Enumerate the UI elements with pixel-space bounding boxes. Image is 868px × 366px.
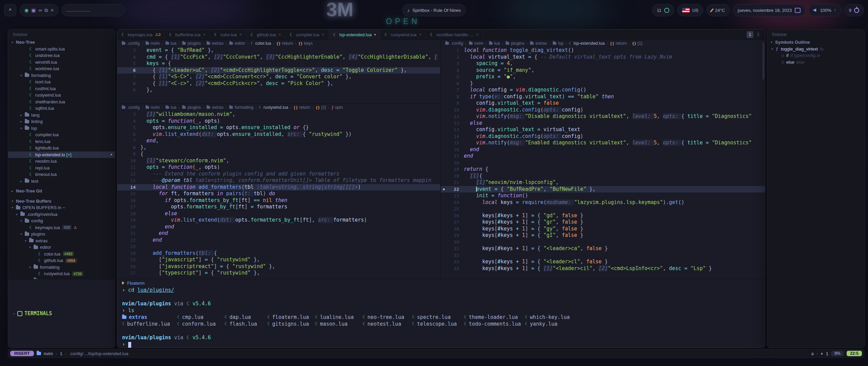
tree-item[interactable]: ☾undotree.lua — [8, 52, 115, 59]
code-line[interactable]: 3 [1]"williamboman/mason.nvim", — [117, 111, 440, 118]
code-line[interactable]: 12 --- Extend the conform plugin config … — [117, 171, 440, 178]
close-icon[interactable]: × — [239, 32, 242, 37]
code-line[interactable]: 27 ["typescript"] = { "rustywind" }, — [117, 270, 440, 277]
code-line[interactable]: 15 vim.notify(msg: "Enabled diagnostics … — [441, 140, 765, 146]
breadcrumb-item[interactable]: ƒopts — [331, 105, 343, 110]
code-line[interactable]: ●22 event = { "BufReadPre", "BufNewFile"… — [441, 186, 765, 193]
pane-color-lua[interactable]: .config›nvim›lua›plugins›extras›editor›☾… — [117, 40, 440, 104]
tree-item[interactable]: ▾.config/nvim/lua — [8, 211, 115, 218]
breadcrumb-item[interactable]: formatting — [229, 105, 254, 110]
breadcrumb-item[interactable]: .config — [121, 41, 140, 46]
breadcrumb-item[interactable]: plugins — [505, 41, 525, 46]
code-line[interactable]: 3 spacing = 4, — [441, 60, 765, 67]
code-line[interactable]: 33 keys[#keys + 1] = { "<leader>cl", fal… — [441, 259, 765, 265]
code-line[interactable]: 8 if type(v: config.virtual_text) == "ta… — [441, 94, 765, 100]
code-line[interactable]: 29 keys[#keys + 1] = { "gI", false } — [441, 232, 765, 239]
code-line[interactable]: 34 keys[#keys + 1] = { [1]"<leader>cil",… — [441, 265, 765, 272]
code-line[interactable]: 7 end, — [117, 138, 440, 144]
weather-widget[interactable]: 24°C — [707, 4, 730, 16]
volume-widget[interactable]: 100% ↑ — [809, 4, 841, 16]
code-line[interactable]: 5 opts.ensure_installed = opts.ensure_in… — [117, 124, 440, 131]
code-line[interactable]: 16 end — [441, 146, 765, 153]
code-line[interactable]: 8}, — [117, 144, 440, 151]
code-line[interactable]: 24 local keys = require(modname: "lazyvi… — [441, 199, 765, 206]
close-icon[interactable]: × — [278, 32, 281, 37]
code-line[interactable]: 1local function toggle_diag_virtext() — [441, 47, 765, 54]
tree-item[interactable]: ☾rustywind.lua#726 — [8, 270, 115, 277]
breadcrumb-item[interactable]: ☾rustywind.lua — [259, 105, 288, 110]
code-line[interactable]: 2 local virtual_text = { -- Default virt… — [441, 54, 765, 61]
breadcrumb-item[interactable]: {}[2] — [316, 105, 326, 110]
code-line[interactable]: 11 vim.notify(msg: "Disable diagnostics … — [441, 113, 765, 120]
code-line[interactable]: 9 }, — [117, 87, 440, 94]
outline-item[interactable]: ◇elseelse — [767, 59, 865, 66]
tab-lsp-extended-lua[interactable]: ☾lsp-extended.lua● — [329, 29, 380, 40]
tree-item[interactable]: ☾neodim.lua — [8, 158, 115, 165]
tree-item[interactable]: ☾lsp-extended.lu[+]● — [8, 151, 115, 158]
code-line[interactable]: 3 event = { "BufRead" }, — [117, 47, 440, 54]
code-line[interactable]: 24 add_formatters(tbl: { — [117, 250, 440, 257]
code-line[interactable]: 8 { [1]"<C-c>", [2]"<cmd>CccPick<cr>", d… — [117, 80, 440, 87]
code-line[interactable]: 19 vim.list_extend(dst: opts.formatters_… — [117, 217, 440, 224]
section-header-3[interactable]: ▾TERMINALS — [8, 279, 115, 348]
code-line[interactable]: 7 local config = vim.diagnostic.config() — [441, 87, 765, 94]
close-icon[interactable]: × — [203, 32, 205, 37]
breadcrumb-item[interactable]: .config — [121, 105, 140, 110]
media-player-widget[interactable]: ♪ Spiritbox - Rule Of Nines — [402, 4, 466, 16]
tab-rustywind-lua[interactable]: ☾rustywind.lua× — [380, 29, 426, 40]
code-line[interactable]: 23 — [117, 243, 440, 250]
tabpage-1[interactable]: 1 — [747, 31, 753, 38]
breadcrumb-item[interactable]: []return — [294, 105, 310, 110]
tree-item[interactable]: ▾editor — [8, 244, 115, 251]
code-line[interactable]: 6 vim.list_extend(dst: opts.ensure_insta… — [117, 131, 440, 138]
tree-item[interactable]: ▾plugins — [8, 231, 115, 238]
code-line[interactable]: 25 ["javascript"] = { "rustywind" }, — [117, 257, 440, 263]
status-dot-icon[interactable]: ◉ — [24, 8, 28, 13]
tree-item[interactable]: ▾formatting — [8, 264, 115, 271]
breadcrumb-item[interactable]: extras — [206, 41, 223, 46]
tree-item[interactable]: ☾lens.lua — [8, 138, 115, 145]
tree-item[interactable]: ☾github.lua#654 — [8, 257, 115, 264]
code-line[interactable]: 32 — [441, 252, 765, 259]
tree-item[interactable]: ▸test — [8, 178, 115, 185]
code-line[interactable]: 4 cmd = { [1]"CccPick", [2]"CccConvert",… — [117, 54, 440, 61]
code-line[interactable]: 5 prefix = "●", — [441, 74, 765, 80]
breadcrumb-item[interactable]: lua — [489, 41, 500, 46]
breadcrumb-item[interactable]: ☾lsp-extended.lua — [569, 41, 605, 46]
code-line[interactable]: 27 keys[#keys + 1] = { "gr", false } — [441, 219, 765, 226]
code-line[interactable]: 14 local function add_formatters(tbl :ta… — [117, 184, 440, 191]
scrollbar-thumb[interactable] — [763, 42, 764, 80]
breadcrumb-item[interactable]: {}[1] — [632, 41, 643, 46]
tab-color-lua[interactable]: ☾color.lua× — [210, 29, 246, 40]
power-widget[interactable]: 9 — [844, 4, 864, 16]
section-header-0[interactable]: ▾Neo-Tree — [8, 39, 115, 46]
code-line[interactable]: 5 keys = { — [117, 60, 440, 67]
code-line[interactable]: 6 { [1]"<leader>uC", [2]"<cmd>CccHighlig… — [117, 67, 440, 74]
code-line[interactable]: 10 vim.diagnostic.config(opts: config) — [441, 107, 765, 114]
breadcrumb-item[interactable]: plugins — [182, 41, 201, 46]
code-line[interactable]: 16 if opts.formatters_by_ft[ft] == nil t… — [117, 197, 440, 204]
code-line[interactable]: 15 for ft, formatters in pairs(t: tbl) d… — [117, 190, 440, 197]
code-line[interactable]: 11 opts = function(_, opts) — [117, 164, 440, 171]
breadcrumb-item[interactable]: editor — [229, 41, 245, 46]
code-line[interactable]: 12 else — [441, 120, 765, 127]
tree-item[interactable]: ☾compiler.lua — [8, 131, 115, 138]
code-line[interactable]: 9 config.virtual_text = false — [441, 100, 765, 107]
tabpage-2[interactable]: 2 — [755, 31, 762, 38]
tree-item[interactable]: ☾worktree.lua — [8, 65, 115, 72]
code-line[interactable]: 23 init = function() — [441, 192, 765, 199]
tree-item[interactable]: ▾formatting — [8, 72, 115, 79]
floaterm-terminal[interactable]: Floaterm › cd lua/plugins/nvim/lua/plugi… — [117, 279, 765, 348]
tree-item[interactable]: ☾rustywind.lua — [8, 92, 115, 99]
code-line[interactable]: 4 opts = function(_, opts) — [117, 118, 440, 125]
breadcrumb-item[interactable]: nvim — [145, 41, 160, 46]
tree-item[interactable]: ☾sqlfmt.lua — [8, 105, 115, 112]
close-icon[interactable]: × — [476, 32, 479, 37]
code-line[interactable]: 10 [1]"stevearc/conform.nvim", — [117, 158, 440, 164]
code-line[interactable]: 18 — [441, 160, 765, 166]
breadcrumb-item[interactable]: {}return — [276, 41, 293, 46]
tree-item[interactable]: ☾timeout.lua — [8, 171, 115, 178]
code-line[interactable]: 6 } — [441, 80, 765, 87]
outline-item[interactable]: ◇ifif type(config.vi — [767, 52, 865, 59]
outline-item[interactable]: ▾ƒtoggle_diag_virtextfu — [767, 46, 865, 53]
